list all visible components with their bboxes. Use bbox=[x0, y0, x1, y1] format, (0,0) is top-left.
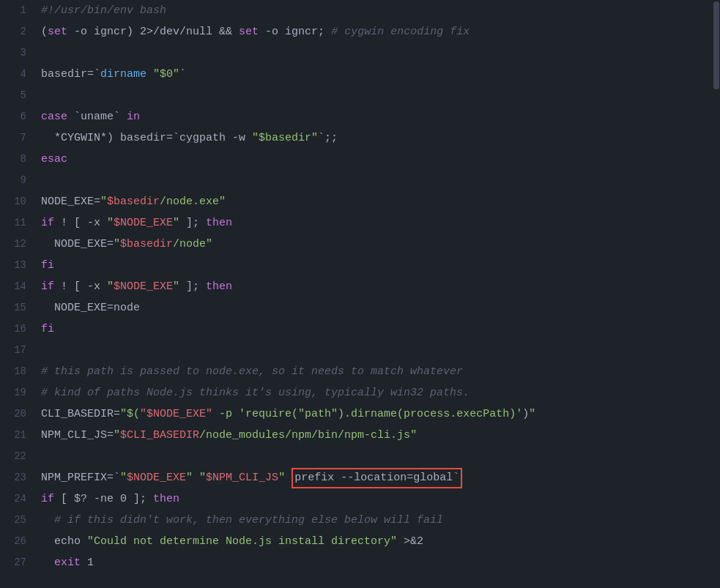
ln-19: 19 bbox=[0, 382, 26, 403]
shebang: #!/usr/bin/env bash bbox=[41, 4, 166, 17]
line-25: # if this didn't work, then everything e… bbox=[41, 510, 720, 531]
ln-22: 22 bbox=[0, 446, 26, 467]
line-18: # this path is passed to node.exe, so it… bbox=[41, 361, 720, 382]
ln-6: 6 bbox=[0, 106, 26, 127]
line-26: echo "Could not determine Node.js instal… bbox=[41, 531, 720, 552]
line-11: if ! [ -x "$NODE_EXE" ]; then bbox=[41, 212, 720, 234]
line-27: exit 1 bbox=[41, 552, 720, 573]
line-3 bbox=[41, 42, 720, 64]
scrollbar[interactable] bbox=[713, 0, 720, 588]
ln-3: 3 bbox=[0, 42, 26, 64]
line-22 bbox=[41, 446, 720, 467]
line-21: NPM_CLI_JS="$CLI_BASEDIR/node_modules/np… bbox=[41, 425, 720, 446]
ln-24: 24 bbox=[0, 488, 26, 510]
line-8: esac bbox=[41, 149, 720, 170]
line-4: basedir=`dirname "$0"` bbox=[41, 64, 720, 85]
line-9 bbox=[41, 170, 720, 191]
ln-27: 27 bbox=[0, 552, 26, 573]
highlight-prefix: prefix --location=global` bbox=[292, 468, 462, 488]
ln-2: 2 bbox=[0, 21, 26, 42]
ln-23: 23 bbox=[0, 467, 26, 488]
scrollbar-thumb[interactable] bbox=[713, 1, 719, 89]
ln-17: 17 bbox=[0, 340, 26, 361]
line-1: #!/usr/bin/env bash bbox=[41, 0, 720, 21]
ln-21: 21 bbox=[0, 425, 26, 446]
ln-20: 20 bbox=[0, 403, 26, 425]
line-20: CLI_BASEDIR="$("$NODE_EXE" -p 'require("… bbox=[41, 403, 720, 425]
ln-12: 12 bbox=[0, 234, 26, 255]
line-10: NODE_EXE="$basedir/node.exe" bbox=[41, 191, 720, 212]
line-13: fi bbox=[41, 255, 720, 276]
line-12: NODE_EXE="$basedir/node" bbox=[41, 234, 720, 255]
line-6: case `uname` in bbox=[41, 106, 720, 127]
line-19: # kind of paths Node.js thinks it's usin… bbox=[41, 382, 720, 403]
ln-4: 4 bbox=[0, 64, 26, 85]
line-2: (set -o igncr) 2>/dev/null && set -o ign… bbox=[41, 21, 720, 42]
line-numbers: 1 2 3 4 5 6 7 8 9 10 11 12 13 14 15 16 1… bbox=[0, 0, 35, 588]
ln-13: 13 bbox=[0, 255, 26, 276]
ln-11: 11 bbox=[0, 212, 26, 234]
line-15: NODE_EXE=node bbox=[41, 297, 720, 319]
line-16: fi bbox=[41, 319, 720, 340]
line-5 bbox=[41, 85, 720, 106]
line-24: if [ $? -ne 0 ]; then bbox=[41, 488, 720, 510]
ln-9: 9 bbox=[0, 170, 26, 191]
ln-10: 10 bbox=[0, 191, 26, 212]
line-17 bbox=[41, 340, 720, 361]
ln-18: 18 bbox=[0, 361, 26, 382]
ln-1: 1 bbox=[0, 0, 26, 21]
line-23: NPM_PREFIX=`"$NODE_EXE" "$NPM_CLI_JS" pr… bbox=[41, 467, 720, 488]
ln-15: 15 bbox=[0, 297, 26, 319]
ln-16: 16 bbox=[0, 319, 26, 340]
code-editor: 1 2 3 4 5 6 7 8 9 10 11 12 13 14 15 16 1… bbox=[0, 0, 720, 588]
code-content: #!/usr/bin/env bash (set -o igncr) 2>/de… bbox=[35, 0, 720, 588]
ln-26: 26 bbox=[0, 531, 26, 552]
ln-14: 14 bbox=[0, 276, 26, 297]
ln-5: 5 bbox=[0, 85, 26, 106]
line-14: if ! [ -x "$NODE_EXE" ]; then bbox=[41, 276, 720, 297]
line-7: *CYGWIN*) basedir=`cygpath -w "$basedir"… bbox=[41, 127, 720, 149]
ln-25: 25 bbox=[0, 510, 26, 531]
ln-7: 7 bbox=[0, 127, 26, 149]
ln-8: 8 bbox=[0, 149, 26, 170]
